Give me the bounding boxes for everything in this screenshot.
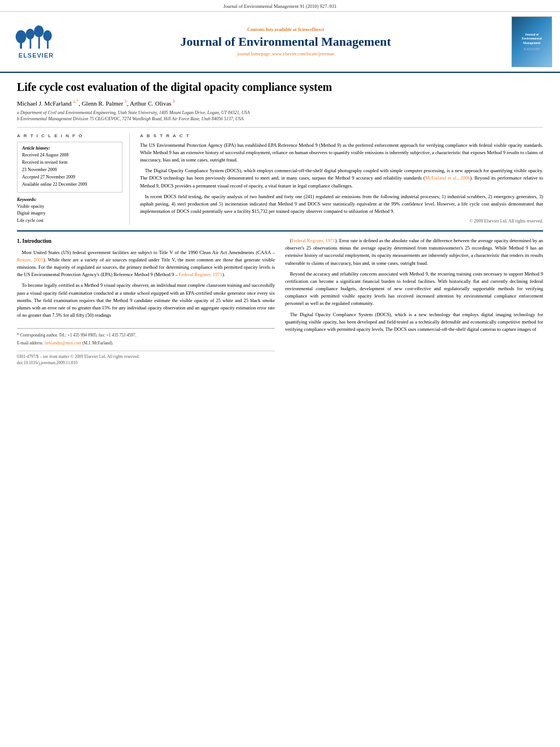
abstract-p2: The Digital Opacity Compliance System (D… xyxy=(140,167,543,190)
sup-b2: b xyxy=(173,99,175,104)
journal-top-bar: Journal of Environmental Management 91 (… xyxy=(0,0,560,12)
footnote-email: E-mail address: farklandm@msn.com (M.J. … xyxy=(17,340,275,346)
sciencedirect-link: Contents lists available at ScienceDirec… xyxy=(70,27,501,32)
received-revised-label: Received in revised form xyxy=(22,159,117,166)
affiliations: a Department of Civil and Environmental … xyxy=(17,110,543,121)
body-col2-p1: (Federal Register, 1971). Error rate is … xyxy=(285,237,543,267)
main-content: Life cycle cost evaluation of the digita… xyxy=(0,73,560,373)
svg-point-3 xyxy=(26,29,34,40)
accepted-date: Accepted 27 November 2009 xyxy=(22,174,117,181)
history-label: Article history: xyxy=(22,146,117,151)
header-center: Contents lists available at ScienceDirec… xyxy=(70,27,501,56)
available-online-date: Available online 22 December 2009 xyxy=(22,181,117,188)
email-link[interactable]: farklandm@msn.com xyxy=(45,340,81,346)
bottom-divider xyxy=(17,230,543,231)
cover-badge: 8 AUGUST xyxy=(524,47,540,51)
homepage-url[interactable]: www.elsevier.com/locate/jenvman xyxy=(272,51,334,56)
svg-rect-4 xyxy=(38,36,40,49)
body-col-1: 1. Introduction Most United States (US) … xyxy=(17,237,275,366)
section-divider-1 xyxy=(17,127,543,128)
mcfarland-link[interactable]: McFarland et al., 2006 xyxy=(425,175,470,181)
body-col-2: (Federal Register, 1971). Error rate is … xyxy=(285,237,543,366)
doi-line: doi:10.1016/j.jenvman.2009.11.010 xyxy=(17,360,275,366)
info-abstract-section: A R T I C L E I N F O Article history: R… xyxy=(17,133,543,225)
journal-cover-thumbnail: Journal ofEnvironmentalManagement 8 AUGU… xyxy=(511,16,552,67)
keywords-box: Keywords: Visible opacity Digital imager… xyxy=(17,197,123,225)
sciencedirect-name[interactable]: ScienceDirect xyxy=(298,27,324,32)
svg-point-5 xyxy=(34,25,43,37)
article-title: Life cycle cost evaluation of the digita… xyxy=(17,80,543,94)
pub-info-bar: 0301-4797/$ – see front matter © 2009 El… xyxy=(17,351,275,366)
svg-rect-2 xyxy=(30,38,32,49)
journal-header: ELSEVIER Contents lists available at Sci… xyxy=(0,12,560,73)
footnote-area: * Corresponding author. Tel.: +1 435 994… xyxy=(17,328,275,346)
revised-date: 23 November 2009 xyxy=(22,167,117,173)
copyright-statement: 0301-4797/$ – see front matter © 2009 El… xyxy=(17,353,275,360)
article-history-box: Article history: Received 24 August 2008… xyxy=(17,142,123,193)
body-section: 1. Introduction Most United States (US) … xyxy=(17,237,543,366)
svg-point-7 xyxy=(43,30,51,41)
footnote-corresponding: * Corresponding author. Tel.: +1 435 994… xyxy=(17,332,275,338)
copyright-line: © 2009 Elsevier Ltd. All rights reserved… xyxy=(140,219,543,224)
article-info-label: A R T I C L E I N F O xyxy=(17,133,123,138)
keyword-2: Digital imagery xyxy=(17,210,123,217)
elsevier-tree-icon xyxy=(14,25,59,51)
reitzer-link[interactable]: Reitzer, 2001 xyxy=(17,257,43,263)
keyword-3: Life cycle cost xyxy=(17,217,123,225)
journal-citation: Journal of Environmental Management 91 (… xyxy=(224,3,337,9)
affiliation-b: b Environmental Management Division 75 C… xyxy=(17,116,543,121)
received-date: Received 24 August 2008 xyxy=(22,152,117,159)
authors-line: Michael J. McFarland a,*, Glenn R. Palme… xyxy=(17,99,543,107)
cover-title-text: Journal ofEnvironmentalManagement xyxy=(522,33,541,45)
body-col2-p2: Beyond the accuracy and reliability conc… xyxy=(285,270,543,308)
article-info-column: A R T I C L E I N F O Article history: R… xyxy=(17,133,130,225)
federal-register-link-2[interactable]: Federal Register, 1971 xyxy=(291,238,335,243)
sup-star: * xyxy=(76,99,78,104)
abstract-text: The US Environmental Protection Agency (… xyxy=(140,142,543,216)
body-p1: Most United States (US) federal governme… xyxy=(17,249,275,279)
body-p2: To become legally certified as a Method … xyxy=(17,282,275,319)
page-wrapper: Journal of Environmental Management 91 (… xyxy=(0,0,560,747)
sup-b1: b xyxy=(125,99,127,104)
journal-title: Journal of Environmental Management xyxy=(70,34,501,49)
elsevier-text: ELSEVIER xyxy=(19,52,54,59)
abstract-p1: The US Environmental Protection Agency (… xyxy=(140,142,543,164)
journal-homepage: journal homepage: www.elsevier.com/locat… xyxy=(70,51,501,56)
svg-rect-6 xyxy=(47,40,49,49)
abstract-column: A B S T R A C T The US Environmental Pro… xyxy=(140,133,543,225)
federal-register-link-1[interactable]: Federal Register, 1971 xyxy=(179,272,222,277)
elsevier-logo: ELSEVIER xyxy=(8,25,64,59)
body-col2-p3: The Digital Opacity Compliance System (D… xyxy=(285,311,543,334)
abstract-p3: In recent DOCS field testing, the opacit… xyxy=(140,193,543,216)
header-right: Journal ofEnvironmentalManagement 8 AUGU… xyxy=(501,16,552,67)
svg-point-1 xyxy=(16,30,27,43)
header-left: ELSEVIER xyxy=(8,25,70,59)
affiliation-a: a Department of Civil and Environmental … xyxy=(17,110,543,115)
intro-heading: 1. Introduction xyxy=(17,237,275,246)
keywords-label: Keywords: xyxy=(17,197,123,202)
abstract-label: A B S T R A C T xyxy=(140,133,543,138)
keyword-1: Visible opacity xyxy=(17,203,123,211)
